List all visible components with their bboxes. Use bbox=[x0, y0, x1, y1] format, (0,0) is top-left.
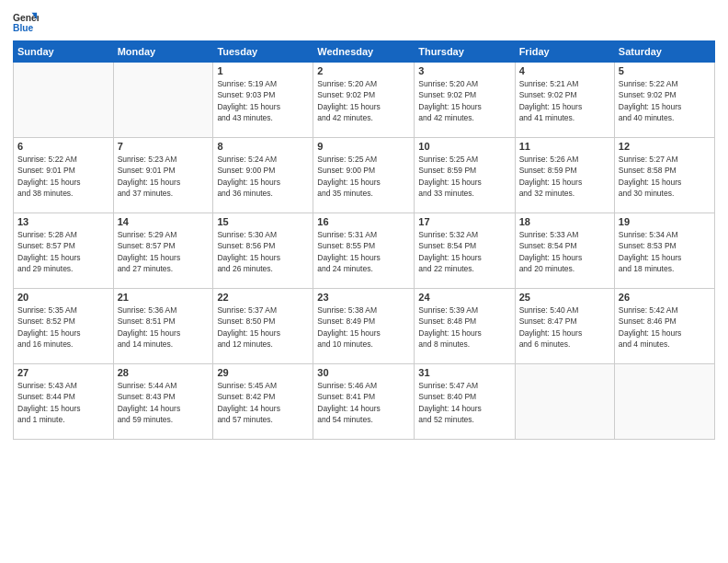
day-info: Sunrise: 5:43 AM Sunset: 8:44 PM Dayligh… bbox=[17, 380, 109, 425]
calendar-cell: 20Sunrise: 5:35 AM Sunset: 8:52 PM Dayli… bbox=[14, 289, 114, 364]
calendar-cell: 23Sunrise: 5:38 AM Sunset: 8:49 PM Dayli… bbox=[313, 289, 415, 364]
calendar-cell: 6Sunrise: 5:22 AM Sunset: 9:01 PM Daylig… bbox=[14, 138, 114, 213]
calendar-cell: 14Sunrise: 5:29 AM Sunset: 8:57 PM Dayli… bbox=[113, 213, 213, 289]
day-number: 23 bbox=[317, 292, 410, 303]
calendar-week-1: 1Sunrise: 5:19 AM Sunset: 9:03 PM Daylig… bbox=[14, 63, 715, 138]
calendar-cell bbox=[515, 364, 614, 440]
day-number: 19 bbox=[619, 216, 711, 227]
day-number: 3 bbox=[418, 65, 510, 76]
day-number: 4 bbox=[519, 65, 610, 76]
day-info: Sunrise: 5:44 AM Sunset: 8:43 PM Dayligh… bbox=[118, 380, 210, 425]
day-info: Sunrise: 5:40 AM Sunset: 8:47 PM Dayligh… bbox=[519, 304, 610, 350]
calendar-cell: 30Sunrise: 5:46 AM Sunset: 8:41 PM Dayli… bbox=[313, 364, 415, 440]
calendar-cell: 12Sunrise: 5:27 AM Sunset: 8:58 PM Dayli… bbox=[614, 138, 714, 213]
day-number: 27 bbox=[17, 367, 109, 378]
day-number: 2 bbox=[317, 65, 410, 76]
calendar-cell: 24Sunrise: 5:39 AM Sunset: 8:48 PM Dayli… bbox=[415, 289, 515, 364]
day-number: 9 bbox=[317, 141, 410, 152]
day-number: 22 bbox=[217, 292, 309, 303]
day-number: 11 bbox=[519, 141, 610, 152]
calendar-cell: 3Sunrise: 5:20 AM Sunset: 9:02 PM Daylig… bbox=[415, 63, 515, 138]
calendar-cell: 5Sunrise: 5:22 AM Sunset: 9:02 PM Daylig… bbox=[614, 63, 714, 138]
day-info: Sunrise: 5:47 AM Sunset: 8:40 PM Dayligh… bbox=[418, 380, 510, 425]
day-info: Sunrise: 5:37 AM Sunset: 8:50 PM Dayligh… bbox=[217, 304, 309, 350]
day-info: Sunrise: 5:34 AM Sunset: 8:53 PM Dayligh… bbox=[619, 229, 711, 274]
logo-icon: General Blue bbox=[13, 9, 39, 35]
day-info: Sunrise: 5:33 AM Sunset: 8:54 PM Dayligh… bbox=[519, 229, 610, 274]
calendar-header-row: SundayMondayTuesdayWednesdayThursdayFrid… bbox=[14, 41, 715, 63]
calendar-cell: 17Sunrise: 5:32 AM Sunset: 8:54 PM Dayli… bbox=[415, 213, 515, 289]
day-number: 14 bbox=[118, 216, 210, 227]
day-info: Sunrise: 5:25 AM Sunset: 9:00 PM Dayligh… bbox=[317, 154, 410, 199]
day-number: 17 bbox=[418, 216, 510, 227]
day-info: Sunrise: 5:25 AM Sunset: 8:59 PM Dayligh… bbox=[418, 154, 510, 199]
day-info: Sunrise: 5:29 AM Sunset: 8:57 PM Dayligh… bbox=[118, 229, 210, 274]
day-info: Sunrise: 5:39 AM Sunset: 8:48 PM Dayligh… bbox=[418, 304, 510, 350]
day-number: 30 bbox=[317, 367, 410, 378]
day-info: Sunrise: 5:42 AM Sunset: 8:46 PM Dayligh… bbox=[619, 304, 711, 350]
calendar-week-3: 13Sunrise: 5:28 AM Sunset: 8:57 PM Dayli… bbox=[14, 213, 715, 289]
calendar-cell: 1Sunrise: 5:19 AM Sunset: 9:03 PM Daylig… bbox=[213, 63, 313, 138]
calendar-cell: 31Sunrise: 5:47 AM Sunset: 8:40 PM Dayli… bbox=[415, 364, 515, 440]
day-number: 13 bbox=[17, 216, 109, 227]
day-number: 28 bbox=[118, 367, 210, 378]
day-number: 6 bbox=[17, 141, 109, 152]
day-info: Sunrise: 5:19 AM Sunset: 9:03 PM Dayligh… bbox=[217, 78, 309, 123]
calendar-cell: 9Sunrise: 5:25 AM Sunset: 9:00 PM Daylig… bbox=[313, 138, 415, 213]
day-number: 21 bbox=[118, 292, 210, 303]
day-info: Sunrise: 5:28 AM Sunset: 8:57 PM Dayligh… bbox=[17, 229, 109, 274]
day-number: 5 bbox=[619, 65, 711, 76]
day-info: Sunrise: 5:31 AM Sunset: 8:55 PM Dayligh… bbox=[317, 229, 410, 274]
calendar-cell: 18Sunrise: 5:33 AM Sunset: 8:54 PM Dayli… bbox=[515, 213, 614, 289]
calendar-cell: 19Sunrise: 5:34 AM Sunset: 8:53 PM Dayli… bbox=[614, 213, 714, 289]
calendar-cell: 25Sunrise: 5:40 AM Sunset: 8:47 PM Dayli… bbox=[515, 289, 614, 364]
calendar-cell: 15Sunrise: 5:30 AM Sunset: 8:56 PM Dayli… bbox=[213, 213, 313, 289]
calendar-cell: 28Sunrise: 5:44 AM Sunset: 8:43 PM Dayli… bbox=[113, 364, 213, 440]
day-info: Sunrise: 5:45 AM Sunset: 8:42 PM Dayligh… bbox=[217, 380, 309, 425]
day-info: Sunrise: 5:36 AM Sunset: 8:51 PM Dayligh… bbox=[118, 304, 210, 350]
day-info: Sunrise: 5:21 AM Sunset: 9:02 PM Dayligh… bbox=[519, 78, 610, 123]
calendar-table: SundayMondayTuesdayWednesdayThursdayFrid… bbox=[13, 40, 715, 440]
day-info: Sunrise: 5:30 AM Sunset: 8:56 PM Dayligh… bbox=[217, 229, 309, 274]
calendar-cell: 26Sunrise: 5:42 AM Sunset: 8:46 PM Dayli… bbox=[614, 289, 714, 364]
day-number: 16 bbox=[317, 216, 410, 227]
day-number: 24 bbox=[418, 292, 510, 303]
column-header-wednesday: Wednesday bbox=[313, 41, 415, 63]
day-info: Sunrise: 5:26 AM Sunset: 8:59 PM Dayligh… bbox=[519, 154, 610, 199]
calendar-cell: 21Sunrise: 5:36 AM Sunset: 8:51 PM Dayli… bbox=[113, 289, 213, 364]
day-number: 29 bbox=[217, 367, 309, 378]
column-header-thursday: Thursday bbox=[415, 41, 515, 63]
day-number: 25 bbox=[519, 292, 610, 303]
column-header-saturday: Saturday bbox=[614, 41, 714, 63]
day-info: Sunrise: 5:23 AM Sunset: 9:01 PM Dayligh… bbox=[118, 154, 210, 199]
calendar-cell: 8Sunrise: 5:24 AM Sunset: 9:00 PM Daylig… bbox=[213, 138, 313, 213]
day-number: 1 bbox=[217, 65, 309, 76]
day-number: 18 bbox=[519, 216, 610, 227]
calendar-week-2: 6Sunrise: 5:22 AM Sunset: 9:01 PM Daylig… bbox=[14, 138, 715, 213]
column-header-tuesday: Tuesday bbox=[213, 41, 313, 63]
calendar-cell: 27Sunrise: 5:43 AM Sunset: 8:44 PM Dayli… bbox=[14, 364, 114, 440]
column-header-monday: Monday bbox=[113, 41, 213, 63]
calendar-cell bbox=[14, 63, 114, 138]
day-number: 26 bbox=[619, 292, 711, 303]
column-header-friday: Friday bbox=[515, 41, 614, 63]
day-number: 10 bbox=[418, 141, 510, 152]
calendar-cell: 22Sunrise: 5:37 AM Sunset: 8:50 PM Dayli… bbox=[213, 289, 313, 364]
column-header-sunday: Sunday bbox=[14, 41, 114, 63]
day-info: Sunrise: 5:20 AM Sunset: 9:02 PM Dayligh… bbox=[317, 78, 410, 123]
calendar-cell: 4Sunrise: 5:21 AM Sunset: 9:02 PM Daylig… bbox=[515, 63, 614, 138]
svg-text:Blue: Blue bbox=[13, 23, 34, 33]
day-info: Sunrise: 5:27 AM Sunset: 8:58 PM Dayligh… bbox=[619, 154, 711, 199]
calendar-cell: 29Sunrise: 5:45 AM Sunset: 8:42 PM Dayli… bbox=[213, 364, 313, 440]
day-info: Sunrise: 5:22 AM Sunset: 9:02 PM Dayligh… bbox=[619, 78, 711, 123]
calendar-cell: 11Sunrise: 5:26 AM Sunset: 8:59 PM Dayli… bbox=[515, 138, 614, 213]
day-number: 15 bbox=[217, 216, 309, 227]
day-info: Sunrise: 5:20 AM Sunset: 9:02 PM Dayligh… bbox=[418, 78, 510, 123]
day-info: Sunrise: 5:46 AM Sunset: 8:41 PM Dayligh… bbox=[317, 380, 410, 425]
page-header: General Blue bbox=[13, 9, 715, 35]
calendar-week-4: 20Sunrise: 5:35 AM Sunset: 8:52 PM Dayli… bbox=[14, 289, 715, 364]
calendar-cell bbox=[614, 364, 714, 440]
day-number: 31 bbox=[418, 367, 510, 378]
logo: General Blue bbox=[13, 9, 39, 35]
day-info: Sunrise: 5:22 AM Sunset: 9:01 PM Dayligh… bbox=[17, 154, 109, 199]
